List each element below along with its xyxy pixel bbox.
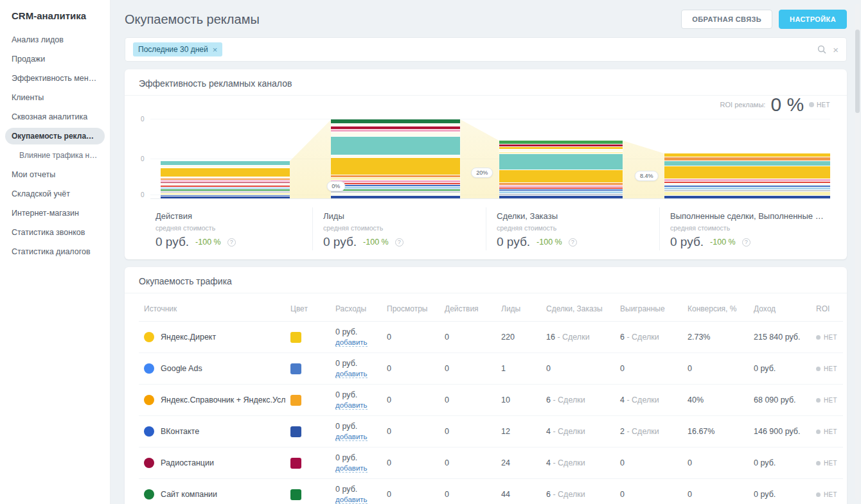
funnel-bar[interactable] [499,141,623,198]
stage-values: 0 руб.-100 %? [155,235,306,249]
color-swatch[interactable] [290,458,301,469]
conversion-cell: 0 [682,448,749,479]
add-expense-link[interactable]: добавить [335,464,368,473]
table-row[interactable]: Яндекс.Директ0 руб.добавить0022016 - Сде… [139,322,843,353]
color-swatch[interactable] [290,426,301,437]
source-cell[interactable]: Яндекс.Директ [139,322,285,353]
roi-status-badge: НЕТ [809,101,830,109]
roi-badge: НЕТ [816,334,838,341]
topbar: Окупаемость рекламы ОБРАТНАЯ СВЯЗЬ НАСТР… [125,6,847,32]
info-icon[interactable]: ? [395,238,404,247]
scrollbar-thumb[interactable] [855,30,860,113]
column-header[interactable]: ROI [811,296,843,322]
source-cell[interactable]: Сайт компании [139,479,285,504]
color-swatch[interactable] [290,395,301,406]
funnel-bar-segment [161,193,290,195]
won-cell-value: 6 [620,333,625,342]
funnel-bar[interactable] [161,161,290,198]
feedback-button[interactable]: ОБРАТНАЯ СВЯЗЬ [681,10,772,29]
funnel-bar-segment [161,186,290,187]
funnel-bar-segment [161,195,290,196]
filter-chip[interactable]: Последние 30 дней × [133,42,222,56]
table-row[interactable]: Яндекс.Справочник + Яндекс.Услуги0 руб.д… [139,385,843,416]
sidebar-item[interactable]: Анализ лидов [0,30,110,49]
sidebar-item[interactable]: Интернет-магазин [0,204,110,223]
search-icon[interactable] [817,45,826,54]
info-icon[interactable]: ? [227,238,236,247]
table-row[interactable]: ВКонтакте0 руб.добавить00124 - Сделки2 -… [139,416,843,448]
source: Яндекс.Директ [144,332,280,342]
source-cell[interactable]: Яндекс.Справочник + Яндекс.Услуги [139,385,285,416]
color-swatch[interactable] [290,363,301,374]
column-header[interactable]: Выигранные [615,296,682,322]
actions-cell: 0 [439,385,496,416]
column-header[interactable]: Действия [439,296,496,322]
won-cell-note: - Сделки [625,395,659,404]
leads-cell: 24 [496,448,541,479]
roi-text: НЕТ [824,491,837,498]
column-header[interactable]: Сделки, Заказы [541,296,615,322]
settings-button[interactable]: НАСТРОЙКА [779,10,847,29]
source-cell[interactable]: ВКонтакте [139,416,285,448]
table-row[interactable]: Google Ads0 руб.добавить0010000 руб.НЕТ [139,353,843,385]
source-icon [144,363,154,374]
column-header[interactable]: Источник [139,296,285,322]
sidebar-item[interactable]: Эффективность менедже... [0,69,110,88]
deals-cell: 6 - Сделки [541,385,615,416]
funnel-stage-summary: Действиясредняя стоимость0 руб.-100 %? [139,207,312,250]
table-row[interactable]: Сайт компании0 руб.добавить00446 - Сделк… [139,479,843,504]
stage-name: Сделки, Заказы [497,211,653,221]
funnel-bar-segment [664,187,830,189]
sidebar-item[interactable]: Складской учёт [0,184,110,204]
sidebar-item[interactable]: Продажи [0,49,110,69]
deals-cell-note: - Сделки [551,490,585,499]
deals-cell-value: 0 [546,364,551,373]
sidebar-item[interactable]: Сквозная аналитика [0,107,110,126]
sidebar-item[interactable]: Влияние трафика на п... [0,146,110,165]
column-header[interactable]: Расходы [330,296,382,322]
column-header[interactable]: Доход [749,296,811,322]
filter-input[interactable] [227,44,812,55]
info-icon[interactable]: ? [742,238,750,247]
clear-filter-icon[interactable]: × [833,45,839,55]
sidebar-item[interactable]: Статистика диалогов [0,242,110,261]
source-cell[interactable]: Google Ads [139,353,285,385]
traffic-card: Окупаемость трафика ИсточникЦветРасходыП… [125,267,847,504]
sidebar-item[interactable]: Мои отчеты [0,165,110,184]
funnel-chart-area[interactable]: 0000%20%8.4% [150,101,830,202]
funnel-bar[interactable] [331,119,460,198]
income-cell: 0 руб. [749,353,811,385]
stage-delta-value: -100 % [195,238,221,247]
funnel-bar-segment [331,185,460,186]
stage-delta-value: -100 % [537,238,562,247]
column-header[interactable]: Лиды [496,296,541,322]
column-header[interactable]: Просмотры [382,296,439,322]
filter-bar[interactable]: Последние 30 дней × × [125,37,847,62]
add-expense-link[interactable]: добавить [335,433,368,441]
add-expense-link[interactable]: добавить [335,338,368,347]
add-expense-link[interactable]: добавить [335,370,368,378]
table-row[interactable]: Радиостанции0 руб.добавить00244 - Сделки… [139,448,843,479]
column-header[interactable]: Конверсия, % [682,296,749,322]
add-expense-link[interactable]: добавить [335,496,368,504]
chip-remove-icon[interactable]: × [213,46,218,54]
color-swatch[interactable] [290,489,301,500]
funnel-bar[interactable] [664,153,830,198]
won-cell-value: 0 [620,364,625,373]
roi-badge: НЕТ [816,397,838,404]
source-cell[interactable]: Радиостанции [139,448,285,479]
costs-value: 0 руб. [335,327,377,336]
scrollbar[interactable] [855,4,860,500]
sidebar-item[interactable]: Клиенты [0,88,110,107]
deals-cell-note: - Сделки [551,395,585,404]
funnel-bar-segment [331,187,460,189]
column-header[interactable]: Цвет [285,296,330,322]
add-expense-link[interactable]: добавить [335,401,368,410]
sidebar-item[interactable]: Окупаемость рекламы [5,128,105,144]
info-icon[interactable]: ? [569,238,577,247]
funnel-stage-footer: Действиясредняя стоимость0 руб.-100 %?Ли… [139,207,833,250]
color-swatch[interactable] [290,332,301,343]
sidebar-item[interactable]: Статистика звонков [0,223,110,242]
costs-value: 0 руб. [335,422,377,431]
color-cell [285,322,330,353]
